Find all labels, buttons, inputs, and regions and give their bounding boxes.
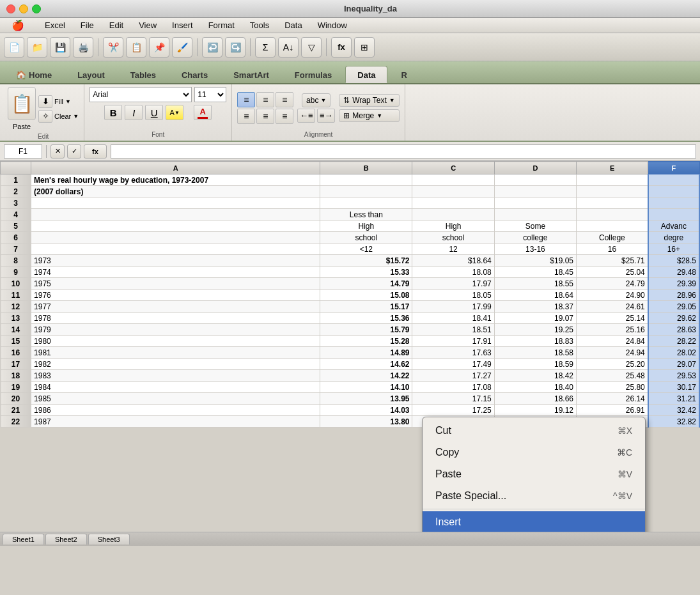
new-button[interactable]: 📄	[4, 37, 24, 58]
row-header[interactable]: 13	[1, 313, 31, 324]
cell-c18[interactable]: 17.27	[412, 370, 494, 382]
cell-e5[interactable]	[577, 220, 648, 232]
cell-b20[interactable]: 13.95	[320, 393, 412, 405]
cell-a16[interactable]: 1981	[31, 347, 320, 359]
cell-c12[interactable]: 17.99	[412, 301, 494, 313]
menu-view[interactable]: View	[132, 19, 163, 31]
italic-button[interactable]: I	[125, 105, 143, 120]
cell-b5[interactable]: High	[320, 220, 412, 232]
cell-reference-input[interactable]	[4, 144, 42, 158]
cell-d8[interactable]: $19.05	[494, 255, 576, 267]
menu-format[interactable]: Format	[202, 19, 241, 31]
cell-a5[interactable]	[31, 220, 320, 232]
format-painter-button[interactable]: 🖌️	[172, 37, 192, 58]
row-header[interactable]: 7	[1, 243, 31, 255]
bold-button[interactable]: B	[104, 105, 122, 120]
wrap-text-button[interactable]: ⇅ Wrap Text ▼	[339, 94, 400, 107]
row-header[interactable]: 6	[1, 232, 31, 243]
cell-f14[interactable]: 28.63	[648, 324, 699, 336]
cell-a22[interactable]: 1987	[31, 416, 320, 428]
save-button[interactable]: 💾	[50, 37, 70, 58]
row-header[interactable]: 19	[1, 382, 31, 393]
cell-b12[interactable]: 15.17	[320, 301, 412, 313]
cell-c5[interactable]: High	[412, 220, 494, 232]
cell-c16[interactable]: 17.63	[412, 347, 494, 359]
sheet-tab-3[interactable]: Sheet3	[88, 534, 130, 545]
cell-a14[interactable]: 1979	[31, 324, 320, 336]
row-header[interactable]: 12	[1, 301, 31, 313]
sheet-tab-1[interactable]: Sheet1	[3, 534, 44, 545]
cell-d10[interactable]: 18.55	[494, 278, 576, 290]
cell-d19[interactable]: 18.40	[494, 382, 576, 393]
row-header[interactable]: 3	[1, 197, 31, 209]
cell-d20[interactable]: 18.66	[494, 393, 576, 405]
cell-f18[interactable]: 29.53	[648, 370, 699, 382]
row-header[interactable]: 18	[1, 370, 31, 382]
cell-f11[interactable]: 28.96	[648, 290, 699, 301]
cell-f3[interactable]	[648, 197, 699, 209]
cell-b14[interactable]: 15.79	[320, 324, 412, 336]
cell-f1[interactable]	[648, 174, 699, 186]
tab-tables[interactable]: Tables	[118, 66, 168, 83]
row-header[interactable]: 22	[1, 416, 31, 428]
cell-b9[interactable]: 15.33	[320, 267, 412, 278]
cell-a12[interactable]: 1977	[31, 301, 320, 313]
menu-insert[interactable]: Insert	[166, 19, 199, 31]
cell-f2[interactable]	[648, 186, 699, 197]
row-header[interactable]: 5	[1, 220, 31, 232]
cell-f7[interactable]: 16+	[648, 243, 699, 255]
cell-e3[interactable]	[577, 197, 648, 209]
cell-d14[interactable]: 19.25	[494, 324, 576, 336]
cell-a13[interactable]: 1978	[31, 313, 320, 324]
menu-tools[interactable]: Tools	[244, 19, 276, 31]
print-button[interactable]: 🖨️	[73, 37, 93, 58]
font-size-select[interactable]: 11	[194, 87, 226, 102]
cell-c9[interactable]: 18.08	[412, 267, 494, 278]
col-header-c[interactable]: C	[412, 162, 494, 174]
row-header[interactable]: 16	[1, 347, 31, 359]
cell-f8[interactable]: $28.5	[648, 255, 699, 267]
cell-d12[interactable]: 18.37	[494, 301, 576, 313]
cell-f21[interactable]: 32.42	[648, 405, 699, 416]
row-header[interactable]: 8	[1, 255, 31, 267]
cell-b3[interactable]	[320, 197, 412, 209]
cell-c7[interactable]: 12	[412, 243, 494, 255]
maximize-button[interactable]	[32, 4, 41, 13]
cell-b22[interactable]: 13.80	[320, 416, 412, 428]
cell-b2[interactable]	[320, 186, 412, 197]
cell-f5[interactable]: Advanc	[648, 220, 699, 232]
cell-e13[interactable]: 25.14	[577, 313, 648, 324]
align-center-bottom-button[interactable]: ≡	[256, 109, 274, 124]
cell-a4[interactable]	[31, 209, 320, 220]
col-header-b[interactable]: B	[320, 162, 412, 174]
cell-e4[interactable]	[577, 209, 648, 220]
row-header[interactable]: 17	[1, 359, 31, 370]
cell-a3[interactable]	[31, 197, 320, 209]
row-header[interactable]: 15	[1, 336, 31, 347]
ctx-paste-special[interactable]: Paste Special... ^⌘V	[423, 485, 645, 507]
cell-d15[interactable]: 18.83	[494, 336, 576, 347]
cell-c14[interactable]: 18.51	[412, 324, 494, 336]
cell-e18[interactable]: 25.48	[577, 370, 648, 382]
cancel-formula-button[interactable]: ✕	[51, 144, 65, 158]
cell-f6[interactable]: degre	[648, 232, 699, 243]
redo-button[interactable]: ↪️	[225, 37, 245, 58]
cell-c11[interactable]: 18.05	[412, 290, 494, 301]
tab-charts[interactable]: Charts	[169, 66, 220, 83]
cut-button[interactable]: ✂️	[103, 37, 123, 58]
fill-button[interactable]: ⬇ Fill ▼	[38, 95, 79, 108]
cell-b18[interactable]: 14.22	[320, 370, 412, 382]
cell-c8[interactable]: $18.64	[412, 255, 494, 267]
filter-button[interactable]: ▽	[301, 37, 322, 58]
cell-e14[interactable]: 25.16	[577, 324, 648, 336]
cell-d7[interactable]: 13-16	[494, 243, 576, 255]
cell-e17[interactable]: 25.20	[577, 359, 648, 370]
close-button[interactable]	[6, 4, 15, 13]
col-header-e[interactable]: E	[577, 162, 648, 174]
cell-b8[interactable]: $15.72	[320, 255, 412, 267]
merge-button[interactable]: ⊞ Merge ▼	[339, 109, 400, 122]
row-header[interactable]: 1	[1, 174, 31, 186]
cell-b4[interactable]: Less than	[320, 209, 412, 220]
cell-e9[interactable]: 25.04	[577, 267, 648, 278]
copy-button[interactable]: 📋	[126, 37, 146, 58]
